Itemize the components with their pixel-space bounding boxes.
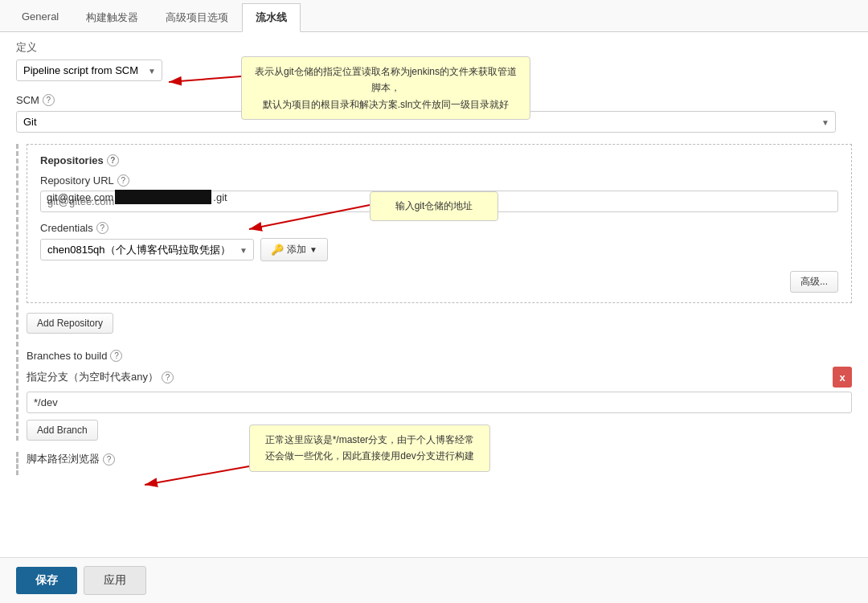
branches-help-icon[interactable]: ? [110, 350, 122, 362]
key-icon: 🔑 [271, 244, 284, 256]
repositories-label-row: Repositories ? [40, 154, 838, 166]
tab-trigger[interactable]: 构建触发器 [72, 3, 152, 31]
tabs-bar: General 构建触发器 高级项目选项 流水线 [0, 0, 868, 32]
tab-pipeline[interactable]: 流水线 [242, 3, 301, 32]
credentials-label: Credentials [40, 222, 93, 234]
definition-select[interactable]: Pipeline script from SCM Pipeline script [16, 59, 162, 81]
script-path-help-icon[interactable]: ? [103, 453, 115, 466]
tooltip-branch: 正常这里应该是*/master分支，由于个人博客经常 还会做一些优化，因此直接使… [249, 425, 490, 472]
delete-branch-button[interactable]: x [833, 367, 852, 388]
advanced-row: 高级... [40, 271, 838, 293]
repo-url-label-row: Repository URL ? [40, 174, 838, 187]
credentials-select[interactable]: chen0815qh（个人博客代码拉取凭据） [40, 239, 254, 260]
branches-label-row: Branches to build ? [27, 350, 852, 362]
content-area: 表示从git仓储的指定位置读取名称为jenkins的文件来获取管道脚本， 默认为… [0, 32, 868, 557]
save-button[interactable]: 保存 [16, 567, 77, 594]
branch-item-row [27, 392, 852, 413]
repositories-label: Repositories [40, 154, 104, 166]
branch-field-label-row: 指定分支（为空时代表any） ? x [27, 367, 852, 388]
add-repository-button[interactable]: Add Repository [27, 313, 113, 334]
script-path-label: 脚本路径浏览器 [27, 452, 100, 466]
apply-button[interactable]: 应用 [84, 566, 146, 595]
tab-general[interactable]: General [8, 3, 72, 31]
tooltip-repo-url: 输入git仓储的地址 [370, 191, 498, 221]
branch-field-label: 指定分支（为空时代表any） [27, 370, 158, 384]
tooltip-definition: 表示从git仓储的指定位置读取名称为jenkins的文件来获取管道脚本， 默认为… [241, 56, 530, 120]
advanced-button[interactable]: 高级... [790, 271, 838, 293]
tab-advanced[interactable]: 高级项目选项 [152, 3, 242, 31]
repositories-help-icon[interactable]: ? [107, 154, 119, 166]
add-credentials-button[interactable]: 🔑 添加 ▼ [260, 238, 328, 261]
credentials-group: Credentials ? chen0815qh（个人博客代码拉取凭据） 🔑 添… [40, 222, 838, 261]
branch-input[interactable] [27, 392, 852, 413]
credentials-help-icon[interactable]: ? [96, 222, 108, 234]
repo-url-label: Repository URL [40, 174, 114, 187]
definition-label: 定义 [16, 40, 852, 55]
repo-url-help-icon[interactable]: ? [117, 174, 129, 187]
branch-input-wrap [27, 392, 852, 413]
branch-field-help-icon[interactable]: ? [162, 371, 174, 384]
scm-help-icon[interactable]: ? [43, 94, 55, 106]
scm-label: SCM [16, 94, 39, 106]
credentials-label-row: Credentials ? [40, 222, 838, 234]
add-credentials-label: 添加 [287, 243, 306, 256]
repositories-box: Repositories ? Repository URL ? gi [27, 144, 852, 303]
bottom-bar: 保存 应用 [0, 557, 868, 603]
credentials-row: chen0815qh（个人博客代码拉取凭据） 🔑 添加 ▼ [40, 238, 838, 261]
add-cred-dropdown-icon: ▼ [309, 245, 317, 254]
branches-label: Branches to build [27, 350, 107, 362]
add-branch-button[interactable]: Add Branch [27, 420, 98, 441]
